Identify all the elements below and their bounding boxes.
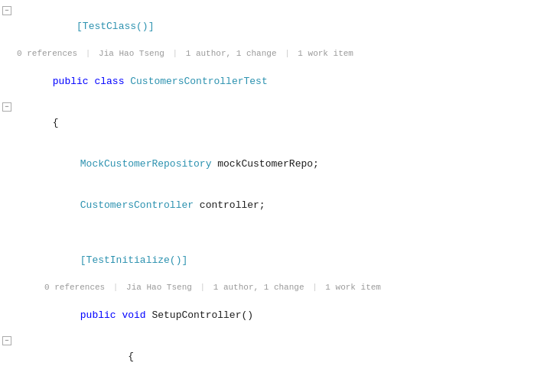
line-2: public class CustomersControllerTest: [0, 61, 534, 102]
line-2-content: public class CustomersControllerTest: [14, 61, 534, 102]
line-1-content: [TestClass()]: [14, 6, 534, 47]
collapse-btn-setup[interactable]: −: [0, 336, 14, 345]
line-meta-2: 0 references | Jia Hao Tseng | 1 author,…: [0, 281, 534, 295]
line-8: public void SetupController(): [0, 295, 534, 336]
line-3-content: {: [14, 102, 534, 144]
line-9: − {: [0, 336, 534, 377]
line-3: − {: [0, 102, 534, 144]
line-4: MockCustomerRepository mockCustomerRepo;: [0, 144, 534, 185]
collapse-btn-class[interactable]: −: [0, 102, 14, 112]
line-6: [0, 226, 534, 240]
line-5: CustomersController controller;: [0, 185, 534, 226]
line-10: mockCustomerRepo = new MockCustomerRepos…: [0, 377, 534, 392]
line-meta-1: 0 references | Jia Hao Tseng | 1 author,…: [0, 47, 534, 61]
code-editor: − [TestClass()] 0 references | Jia Hao T…: [0, 0, 534, 392]
collapse-btn-1[interactable]: −: [0, 6, 14, 15]
line-1: − [TestClass()]: [0, 6, 534, 47]
line-7: [TestInitialize()]: [0, 240, 534, 281]
